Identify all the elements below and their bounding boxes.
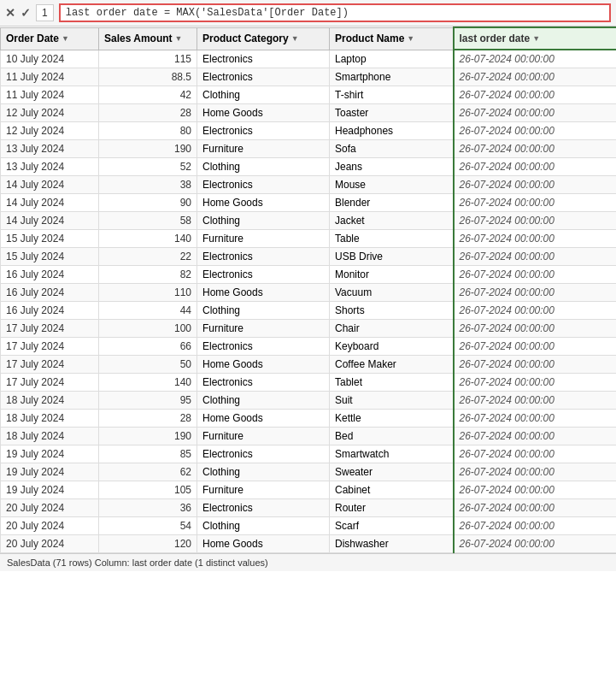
col-header-order-date[interactable]: Order Date ▼	[1, 27, 99, 50]
cell-sales-amount: 140	[99, 374, 197, 392]
cell-order-date: 18 July 2024	[1, 392, 99, 410]
cell-order-date: 10 July 2024	[1, 50, 99, 68]
cell-last-order-date: 26-07-2024 00:00:00	[454, 392, 617, 410]
table-row: 17 July 202466ElectronicsKeyboard26-07-2…	[1, 338, 617, 356]
table-container: Order Date ▼ Sales Amount ▼ Product Cate…	[0, 27, 616, 553]
cell-product-category: Electronics	[197, 122, 330, 140]
cell-product-category: Electronics	[197, 445, 330, 463]
cell-product-name: Keyboard	[330, 338, 454, 356]
cell-sales-amount: 105	[99, 481, 197, 499]
cell-sales-amount: 22	[99, 248, 197, 266]
status-bar: SalesData (71 rows) Column: last order d…	[0, 553, 616, 571]
table-row: 16 July 2024110Home GoodsVacuum26-07-202…	[1, 284, 617, 302]
cell-last-order-date: 26-07-2024 00:00:00	[454, 158, 617, 176]
cell-last-order-date: 26-07-2024 00:00:00	[454, 302, 617, 320]
order-date-filter-icon[interactable]: ▼	[62, 34, 69, 43]
table-row: 12 July 202480ElectronicsHeadphones26-07…	[1, 122, 617, 140]
col-header-sales-amount[interactable]: Sales Amount ▼	[99, 27, 197, 50]
cell-sales-amount: 52	[99, 158, 197, 176]
cell-sales-amount: 50	[99, 356, 197, 374]
cell-product-category: Electronics	[197, 68, 330, 86]
cell-sales-amount: 82	[99, 266, 197, 284]
cell-order-date: 19 July 2024	[1, 445, 99, 463]
cell-product-category: Furniture	[197, 320, 330, 338]
cell-last-order-date: 26-07-2024 00:00:00	[454, 230, 617, 248]
order-date-label: Order Date	[6, 32, 59, 44]
cell-sales-amount: 140	[99, 230, 197, 248]
cell-product-name: Tablet	[330, 374, 454, 392]
cell-last-order-date: 26-07-2024 00:00:00	[454, 122, 617, 140]
table-row: 18 July 202428Home GoodsKettle26-07-2024…	[1, 410, 617, 428]
table-row: 19 July 202462ClothingSweater26-07-2024 …	[1, 463, 617, 481]
cell-sales-amount: 44	[99, 302, 197, 320]
cell-product-category: Furniture	[197, 230, 330, 248]
cell-last-order-date: 26-07-2024 00:00:00	[454, 410, 617, 428]
cell-product-category: Furniture	[197, 140, 330, 158]
product-name-filter-icon[interactable]: ▼	[407, 34, 414, 43]
cell-product-name: Chair	[330, 320, 454, 338]
cell-last-order-date: 26-07-2024 00:00:00	[454, 50, 617, 68]
last-order-date-filter-icon[interactable]: ▼	[532, 34, 540, 43]
table-row: 14 July 202438ElectronicsMouse26-07-2024…	[1, 176, 617, 194]
cell-order-date: 15 July 2024	[1, 248, 99, 266]
cell-order-date: 17 July 2024	[1, 320, 99, 338]
cell-last-order-date: 26-07-2024 00:00:00	[454, 86, 617, 104]
cell-product-name: Jacket	[330, 212, 454, 230]
cell-product-category: Electronics	[197, 338, 330, 356]
cell-sales-amount: 190	[99, 140, 197, 158]
cell-product-category: Home Goods	[197, 284, 330, 302]
cell-last-order-date: 26-07-2024 00:00:00	[454, 248, 617, 266]
cell-product-category: Home Goods	[197, 410, 330, 428]
cell-product-name: Mouse	[330, 176, 454, 194]
cell-order-date: 20 July 2024	[1, 535, 99, 553]
formula-input[interactable]	[59, 3, 611, 22]
cell-last-order-date: 26-07-2024 00:00:00	[454, 517, 617, 535]
cell-sales-amount: 88.5	[99, 68, 197, 86]
cell-product-name: Monitor	[330, 266, 454, 284]
cell-product-name: T-shirt	[330, 86, 454, 104]
cell-order-date: 11 July 2024	[1, 86, 99, 104]
sales-amount-label: Sales Amount	[104, 32, 173, 44]
cell-order-date: 18 July 2024	[1, 410, 99, 428]
cell-product-category: Furniture	[197, 428, 330, 445]
status-text: SalesData (71 rows) Column: last order d…	[7, 557, 268, 568]
cell-product-category: Home Goods	[197, 535, 330, 553]
table-row: 18 July 2024190FurnitureBed26-07-2024 00…	[1, 428, 617, 445]
cell-last-order-date: 26-07-2024 00:00:00	[454, 445, 617, 463]
cell-order-date: 14 July 2024	[1, 212, 99, 230]
col-header-product-category[interactable]: Product Category ▼	[197, 27, 330, 50]
cell-sales-amount: 28	[99, 410, 197, 428]
product-name-label: Product Name	[335, 32, 404, 44]
cell-last-order-date: 26-07-2024 00:00:00	[454, 284, 617, 302]
cell-product-category: Electronics	[197, 176, 330, 194]
cell-order-date: 13 July 2024	[1, 158, 99, 176]
cell-order-date: 14 July 2024	[1, 176, 99, 194]
cell-last-order-date: 26-07-2024 00:00:00	[454, 194, 617, 212]
table-row: 13 July 202452ClothingJeans26-07-2024 00…	[1, 158, 617, 176]
cell-product-category: Electronics	[197, 374, 330, 392]
table-row: 16 July 202482ElectronicsMonitor26-07-20…	[1, 266, 617, 284]
cell-order-date: 14 July 2024	[1, 194, 99, 212]
col-header-last-order-date[interactable]: last order date ▼	[454, 27, 617, 50]
col-header-product-name[interactable]: Product Name ▼	[330, 27, 454, 50]
table-row: 17 July 2024140ElectronicsTablet26-07-20…	[1, 374, 617, 392]
table-row: 10 July 2024115ElectronicsLaptop26-07-20…	[1, 50, 617, 68]
cell-sales-amount: 80	[99, 122, 197, 140]
cell-product-category: Home Goods	[197, 194, 330, 212]
cell-product-name: Laptop	[330, 50, 454, 68]
close-icon[interactable]: ✕	[5, 6, 15, 20]
cell-sales-amount: 85	[99, 445, 197, 463]
cell-product-name: Sweater	[330, 463, 454, 481]
product-category-filter-icon[interactable]: ▼	[291, 34, 299, 43]
table-row: 13 July 2024190FurnitureSofa26-07-2024 0…	[1, 140, 617, 158]
cell-product-name: Headphones	[330, 122, 454, 140]
sales-amount-filter-icon[interactable]: ▼	[175, 34, 183, 43]
table-header-row: Order Date ▼ Sales Amount ▼ Product Cate…	[1, 27, 617, 50]
cell-product-category: Electronics	[197, 50, 330, 68]
cell-product-name: Sofa	[330, 140, 454, 158]
cell-last-order-date: 26-07-2024 00:00:00	[454, 212, 617, 230]
cell-product-category: Clothing	[197, 86, 330, 104]
cell-order-date: 12 July 2024	[1, 122, 99, 140]
check-icon[interactable]: ✓	[21, 6, 31, 20]
table-row: 17 July 202450Home GoodsCoffee Maker26-0…	[1, 356, 617, 374]
